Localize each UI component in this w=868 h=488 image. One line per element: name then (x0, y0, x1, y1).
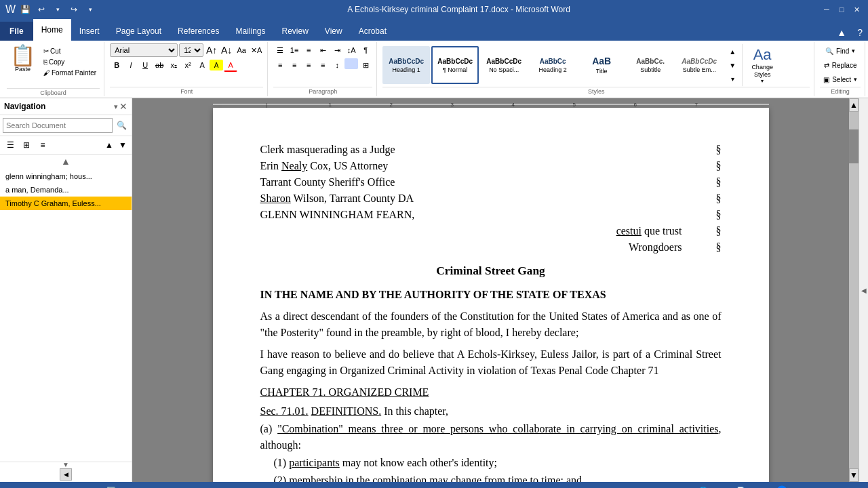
paragraph-group: ☰ 1≡ ≡ ⇤ ⇥ ↕A ¶ ≡ ≡ ≡ ≡ ↕ ⊞ P (269, 42, 377, 96)
cut-button[interactable]: ✂ Cut (40, 46, 100, 56)
change-styles-button[interactable]: Aa Change Styles ▾ (742, 43, 783, 87)
right-scrollbar[interactable]: ▲ ▼ (849, 98, 859, 482)
font-name-select[interactable]: Arial (110, 43, 178, 57)
nav-search-button[interactable]: 🔍 (114, 118, 129, 133)
close-button[interactable]: ✕ (850, 3, 863, 16)
tab-review[interactable]: Review (273, 22, 316, 41)
line-spacing-button[interactable]: ↕ (330, 58, 344, 72)
style-heading2[interactable]: AaBbCc Heading 2 (529, 46, 576, 84)
change-case-button[interactable]: Aa (235, 43, 248, 57)
bold-button[interactable]: B (110, 58, 123, 72)
italic-button[interactable]: I (124, 58, 138, 72)
scroll-down-button[interactable]: ▼ (849, 468, 859, 482)
format-painter-button[interactable]: 🖌 Format Painter (40, 68, 100, 78)
style-subtle-em[interactable]: AaBbCcDc Subtle Em... (675, 46, 723, 84)
clear-format-button[interactable]: ✕A (250, 43, 263, 57)
help-icon[interactable]: ? (852, 24, 868, 41)
tab-view[interactable]: View (317, 22, 351, 41)
redo-icon[interactable]: ↪ (67, 3, 81, 16)
nav-expand-bottom[interactable]: ◀ (60, 468, 72, 481)
styles-scroll-up[interactable]: ▲ (726, 45, 739, 58)
qat-more-icon[interactable]: ▾ (83, 3, 97, 16)
text-highlight-button[interactable]: A (210, 60, 223, 70)
tab-references[interactable]: References (170, 22, 227, 41)
subscript-button[interactable]: x₂ (167, 58, 180, 72)
undo-icon[interactable]: ↩ (35, 3, 48, 16)
select-button[interactable]: ▣ Select ▾ (820, 74, 861, 85)
font-size-select[interactable]: 12 (179, 43, 203, 57)
maximize-button[interactable]: □ (835, 3, 848, 16)
sort-button[interactable]: ↕A (344, 43, 358, 57)
nav-item-0[interactable]: glenn winningham; hous... (0, 169, 132, 183)
nav-view-pages[interactable]: ⊞ (19, 138, 34, 152)
bullets-button[interactable]: ☰ (273, 43, 287, 57)
section-row-4: Sharon Wilson, Tarrant County DA § (260, 190, 722, 207)
paste-button[interactable]: 📋 Paste (7, 43, 39, 75)
nav-arrow-down[interactable]: ▼ (117, 139, 129, 151)
show-formatting-button[interactable]: ¶ (359, 43, 372, 57)
styles-scroll-down[interactable]: ▼ (726, 58, 739, 72)
ribbon-collapse-icon[interactable]: ▲ (831, 24, 852, 41)
draft-button[interactable]: 📄 (734, 484, 748, 488)
nav-search-input[interactable] (3, 118, 113, 133)
tab-file[interactable]: File (0, 22, 33, 41)
undo-dropdown-icon[interactable]: ▾ (51, 3, 64, 16)
style-title[interactable]: AaB Title (578, 46, 625, 84)
tab-acrobat[interactable]: Acrobat (351, 22, 395, 41)
format-painter-label: Format Painter (52, 69, 96, 77)
increase-indent-button[interactable]: ⇥ (330, 43, 344, 57)
styles-more[interactable]: ▾ (726, 72, 739, 85)
align-center-button[interactable]: ≡ (288, 58, 301, 72)
tab-page-layout[interactable]: Page Layout (108, 22, 170, 41)
decrease-indent-button[interactable]: ⇤ (316, 43, 330, 57)
style-normal[interactable]: AaBbCcDc ¶ Normal (431, 46, 479, 84)
shrink-font-button[interactable]: A↓ (220, 43, 233, 57)
multilevel-list-button[interactable]: ≡ (302, 43, 315, 57)
shading-button[interactable] (344, 58, 358, 69)
justify-button[interactable]: ≡ (316, 58, 330, 72)
web-layout-button[interactable]: 🌐 (696, 484, 710, 488)
tab-home[interactable]: Home (33, 19, 71, 41)
superscript-button[interactable]: x² (181, 58, 195, 72)
nav-scroll-down-button[interactable]: ▼ (62, 461, 69, 468)
cut-label: Cut (50, 47, 61, 55)
style-no-spacing[interactable]: AaBbCcDc No Spaci... (480, 46, 528, 84)
nav-view-results[interactable]: ≡ (35, 138, 50, 152)
scroll-thumb[interactable] (849, 129, 859, 163)
nav-item-2[interactable]: Timothy C Graham, Euless... (0, 197, 132, 210)
document-area[interactable]: | 1 2 3 4 5 6 7 Clerk masquerading as a … (132, 98, 849, 482)
ruler-mark-6: 6 (634, 102, 637, 108)
replace-button[interactable]: ⇄ Replace (820, 60, 861, 71)
outline-button[interactable]: ≡ (715, 484, 729, 488)
align-left-button[interactable]: ≡ (273, 58, 287, 72)
nav-close-button[interactable]: ✕ (119, 101, 127, 112)
font-label: Font (110, 87, 263, 95)
tab-mailings[interactable]: Mailings (227, 22, 273, 41)
nav-arrow-up[interactable]: ▲ (103, 139, 115, 151)
scroll-up-button[interactable]: ▲ (849, 98, 859, 112)
copy-button[interactable]: ⎘ Copy (40, 57, 100, 67)
nav-expand-icon[interactable]: ▾ (114, 102, 118, 111)
style-subtitle[interactable]: AaBbCc. Subtitle (627, 46, 674, 84)
grow-font-button[interactable]: A↑ (205, 43, 218, 57)
print-layout-button[interactable]: ⊡ (658, 484, 672, 488)
save-icon[interactable]: 💾 (18, 3, 32, 16)
underline-button[interactable]: U (138, 58, 152, 72)
borders-button[interactable]: ⊞ (359, 58, 372, 72)
document-page[interactable]: Clerk masquerading as a Judge § Erin Nea… (213, 108, 769, 482)
font-color-button[interactable]: A (224, 58, 237, 72)
text-effects-button[interactable]: A (195, 58, 209, 72)
nav-title: Navigation (4, 102, 45, 111)
right-panel-expand[interactable]: ◀ (859, 98, 868, 482)
tab-insert[interactable]: Insert (71, 22, 108, 41)
numbering-button[interactable]: 1≡ (288, 43, 301, 57)
nav-collapse-button[interactable]: ▲ (61, 156, 71, 167)
minimize-button[interactable]: ─ (821, 3, 833, 16)
full-reading-button[interactable]: ▤ (677, 484, 691, 488)
find-button[interactable]: 🔍 Find ▾ (820, 45, 861, 57)
align-right-button[interactable]: ≡ (302, 58, 315, 72)
style-heading1[interactable]: AaBbCcDc Heading 1 (382, 46, 430, 84)
nav-item-1[interactable]: a man, Demanda... (0, 183, 132, 197)
strikethrough-button[interactable]: ab (153, 58, 166, 72)
nav-view-headings[interactable]: ☰ (3, 138, 18, 152)
